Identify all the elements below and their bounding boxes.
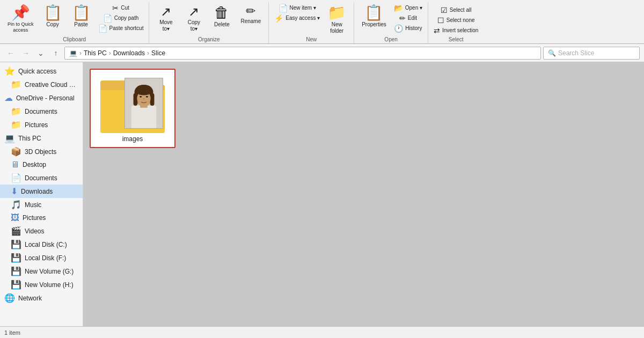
cut-icon: ✂ (112, 4, 119, 12)
paste-shortcut-icon: 📄 (98, 25, 107, 32)
new-item-button[interactable]: 📄 New item ▾ (272, 3, 322, 13)
network-icon: 🌐 (4, 293, 15, 303)
sidebar-item-local-disk-f[interactable]: 💾 Local Disk (F:) (0, 251, 83, 264)
folder-tab (100, 80, 127, 88)
invert-selection-icon: ⇄ (434, 27, 440, 34)
up-button[interactable]: ↑ (49, 47, 62, 60)
back-button[interactable]: ← (4, 47, 17, 60)
desktop-icon: 🖥 (11, 160, 19, 170)
sidebar-item-new-volume-g[interactable]: 💾 New Volume (G:) (0, 264, 83, 278)
sidebar-item-local-disk-c[interactable]: 💾 Local Disk (C:) (0, 238, 83, 251)
address-path[interactable]: 💻 › This PC › Downloads › Slice (64, 47, 541, 60)
easy-access-button[interactable]: ⚡ Easy access ▾ (272, 13, 322, 23)
network-label: Network (18, 295, 42, 302)
pictures-od-icon: 📁 (11, 120, 21, 130)
open-group-label: Open (354, 36, 428, 42)
downloads-icon: ⬇ (11, 186, 18, 196)
local-disk-f-label: Local Disk (F:) (25, 254, 66, 262)
sidebar-item-pictures-od[interactable]: 📁 Pictures (0, 118, 83, 131)
pictures-label: Pictures (23, 214, 46, 222)
folder-item-images[interactable]: images (90, 69, 175, 148)
svg-rect-6 (134, 93, 138, 106)
copy-button[interactable]: 📋 Copy (39, 3, 67, 30)
select-all-button[interactable]: ☑ Select all (431, 5, 480, 15)
path-this-pc[interactable]: This PC (84, 49, 107, 57)
sidebar-item-onedrive[interactable]: ☁ OneDrive - Personal (0, 91, 83, 105)
music-label: Music (25, 201, 41, 209)
svg-rect-1 (131, 106, 157, 128)
rename-button[interactable]: ✏ Rename (236, 3, 265, 27)
sidebar-item-documents[interactable]: 📄 Documents (0, 171, 83, 185)
edit-button[interactable]: ✏ Edit (392, 13, 425, 23)
move-to-icon: ↗ (160, 5, 171, 18)
cut-button[interactable]: ✂ Cut (96, 3, 146, 13)
documents-icon: 📄 (11, 173, 21, 183)
sidebar-item-videos[interactable]: 🎬 Videos (0, 224, 83, 238)
3d-objects-icon: 📦 (11, 146, 21, 157)
woman-svg (125, 78, 163, 129)
recent-button[interactable]: ⌄ (34, 47, 47, 60)
open-button[interactable]: 📂 Open ▾ (392, 3, 425, 13)
forward-button[interactable]: → (19, 47, 32, 60)
sidebar-item-documents-od[interactable]: 📁 Documents (0, 105, 83, 118)
sidebar-item-this-pc[interactable]: 💻 This PC (0, 131, 83, 145)
new-folder-icon: 📁 (327, 5, 346, 20)
clipboard-group-label: Clipboard (0, 36, 149, 42)
path-slice[interactable]: Slice (151, 49, 165, 57)
this-pc-icon: 💻 (4, 133, 15, 143)
new-volume-h-label: New Volume (H:) (25, 281, 74, 289)
select-none-button[interactable]: ☐ Select none (431, 16, 480, 25)
creative-cloud-icon: 📁 (11, 79, 21, 90)
sidebar-item-pictures[interactable]: 🖼 Pictures (0, 211, 83, 224)
desktop-label: Desktop (23, 161, 46, 168)
content-area[interactable]: images (83, 62, 644, 326)
copy-path-button[interactable]: 📄 Copy path (96, 13, 146, 23)
quick-access-icon: ⭐ (4, 66, 15, 76)
paste-shortcut-button[interactable]: 📄 Paste shortcut (96, 24, 146, 33)
move-to-button[interactable]: ↗ Moveto▾ (152, 3, 179, 34)
new-group-label: New (269, 36, 354, 42)
documents-od-label: Documents (25, 108, 57, 115)
path-computer-icon: 💻 (69, 49, 77, 57)
new-volume-g-label: New Volume (G:) (25, 268, 74, 275)
new-folder-button[interactable]: 📁 Newfolder (323, 3, 350, 36)
sidebar-item-downloads[interactable]: ⬇ Downloads (0, 185, 83, 198)
invert-selection-button[interactable]: ⇄ Invert selection (431, 26, 480, 35)
ribbon-group-organize: ↗ Moveto▾ ↗ Copyto▾ 🗑 Delete ✏ Rename Or… (149, 2, 269, 43)
delete-button[interactable]: 🗑 Delete (208, 3, 235, 30)
new-volume-g-icon: 💾 (11, 266, 21, 276)
sidebar-item-network[interactable]: 🌐 Network (0, 291, 83, 305)
search-placeholder: Search Slice (558, 49, 594, 57)
sidebar-item-creative-cloud[interactable]: 📁 Creative Cloud Files f (0, 78, 83, 91)
history-icon: 🕐 (394, 25, 403, 32)
creative-cloud-label: Creative Cloud Files f (25, 81, 78, 89)
history-button[interactable]: 🕐 History (392, 24, 425, 33)
edit-icon: ✏ (399, 14, 406, 22)
pictures-icon: 🖼 (11, 213, 19, 223)
ribbon: 📌 Pin to Quickaccess 📋 Copy 📋 Paste ✂ Cu… (0, 0, 644, 44)
sidebar-item-new-volume-h[interactable]: 💾 New Volume (H:) (0, 278, 83, 291)
folder-label: images (122, 135, 143, 143)
sidebar-item-desktop[interactable]: 🖥 Desktop (0, 158, 83, 171)
local-disk-c-icon: 💾 (11, 239, 21, 249)
properties-button[interactable]: 📋 Properties (357, 3, 391, 30)
ribbon-group-new: 📄 New item ▾ ⚡ Easy access ▾ 📁 Newfolder… (269, 2, 354, 43)
ribbon-group-open: 📋 Properties 📂 Open ▾ ✏ Edit 🕐 History O… (354, 2, 428, 43)
sidebar-item-music[interactable]: 🎵 Music (0, 198, 83, 211)
pin-quick-access-button[interactable]: 📌 Pin to Quickaccess (3, 3, 38, 35)
documents-label: Documents (25, 174, 57, 182)
main-layout: ⭐ Quick access 📁 Creative Cloud Files f … (0, 62, 644, 326)
select-all-icon: ☑ (441, 6, 448, 14)
search-box[interactable]: 🔍 Search Slice (543, 47, 640, 60)
folder-photo (125, 78, 163, 129)
copy-path-icon: 📄 (103, 14, 112, 22)
folder-icon-container (98, 74, 167, 133)
paste-button[interactable]: 📋 Paste (68, 3, 95, 30)
local-disk-c-label: Local Disk (C:) (25, 241, 67, 248)
path-downloads[interactable]: Downloads (113, 49, 145, 57)
ribbon-group-select: ☑ Select all ☐ Select none ⇄ Invert sele… (428, 2, 484, 43)
sidebar-item-quick-access[interactable]: ⭐ Quick access (0, 64, 83, 78)
sidebar-item-3d-objects[interactable]: 📦 3D Objects (0, 145, 83, 158)
3d-objects-label: 3D Objects (25, 148, 56, 156)
copy-to-button[interactable]: ↗ Copyto▾ (180, 3, 207, 34)
